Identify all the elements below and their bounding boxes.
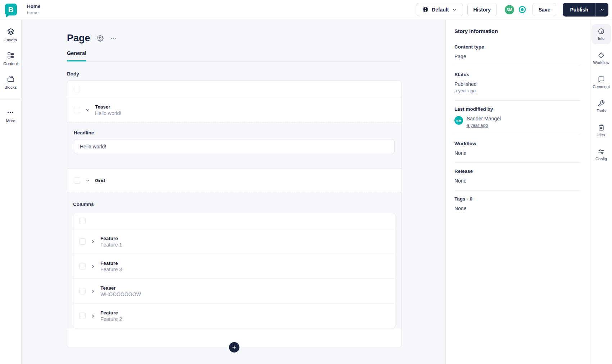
rail-item-label: Comment bbox=[593, 84, 610, 89]
block-texts: Teaser WHOOOOOOOW bbox=[100, 285, 141, 297]
block-type: Grid bbox=[95, 178, 105, 183]
block-row-grid[interactable]: Grid bbox=[67, 169, 401, 192]
modifier-name: Sander Mangel bbox=[467, 116, 501, 121]
ellipsis-icon bbox=[110, 35, 117, 42]
status-value: Published bbox=[454, 81, 581, 87]
block-checkbox[interactable] bbox=[74, 177, 80, 184]
blocks-brick-icon bbox=[7, 75, 15, 83]
block-checkbox[interactable] bbox=[79, 288, 86, 294]
sidebar-item-label: Layers bbox=[4, 38, 17, 42]
block-preview: Feature 3 bbox=[100, 267, 122, 272]
rail-item-comment[interactable]: Comment bbox=[591, 72, 611, 92]
block-type: Feature bbox=[100, 310, 122, 315]
schema-settings-button[interactable] bbox=[97, 35, 104, 42]
block-checkbox[interactable] bbox=[79, 263, 86, 269]
chevron-down-icon[interactable] bbox=[85, 178, 90, 183]
language-selector-label: Default bbox=[432, 7, 449, 13]
user-avatar[interactable]: SM bbox=[505, 5, 514, 14]
tab-general[interactable]: General bbox=[67, 50, 86, 61]
modified-time-link[interactable]: a year ago bbox=[467, 123, 488, 128]
sliders-icon bbox=[598, 148, 605, 155]
block-texts: Teaser Hello world! bbox=[95, 104, 121, 116]
blocks-select-all-row bbox=[67, 81, 401, 97]
chevron-right-icon[interactable] bbox=[91, 264, 95, 269]
grid-expanded-section: Columns Feature Feature bbox=[67, 192, 401, 328]
block-texts: Feature Feature 3 bbox=[100, 261, 122, 272]
add-block-button[interactable] bbox=[229, 342, 240, 353]
gear-icon bbox=[97, 35, 104, 42]
chevron-right-icon[interactable] bbox=[91, 289, 95, 294]
publish-button[interactable]: Publish bbox=[563, 3, 595, 17]
sidebar-item-layers[interactable]: Layers bbox=[4, 28, 17, 42]
language-selector-button[interactable]: Default bbox=[416, 3, 463, 16]
rail-item-tools[interactable]: Tools bbox=[591, 96, 611, 116]
sidebar-item-content[interactable]: Content bbox=[3, 51, 18, 66]
tags-value: None bbox=[454, 206, 581, 211]
block-type: Feature bbox=[100, 236, 122, 241]
publish-split-button: Publish bbox=[563, 3, 608, 17]
tags-label: Tags · 0 bbox=[454, 196, 581, 202]
block-checkbox[interactable] bbox=[79, 313, 86, 319]
teaser-expanded-section: Headline bbox=[67, 123, 401, 169]
editor-column: Page General Body bbox=[67, 20, 402, 347]
block-row-feature-1[interactable]: Feature Feature 1 bbox=[73, 229, 395, 254]
body-blocks-card-wrap: Teaser Hello world! Headline Grid bbox=[67, 80, 402, 347]
block-row-teaser[interactable]: Teaser Hello world! bbox=[67, 97, 401, 123]
publish-options-button[interactable] bbox=[595, 3, 608, 17]
select-all-checkbox[interactable] bbox=[74, 86, 80, 92]
rail-item-label: Info bbox=[598, 36, 604, 41]
top-header: B Home home Default History SM Save Publ… bbox=[0, 0, 612, 19]
sidebar-item-more[interactable]: More bbox=[6, 109, 15, 123]
columns-field-label: Columns bbox=[73, 202, 395, 207]
block-texts: Feature Feature 1 bbox=[100, 236, 122, 248]
storyblok-logo-icon[interactable]: B bbox=[5, 4, 17, 15]
chevron-down-icon[interactable] bbox=[85, 108, 90, 112]
block-type: Teaser bbox=[100, 285, 141, 291]
panel-title: Story Information bbox=[454, 28, 581, 34]
rail-item-idea[interactable]: Idea bbox=[591, 120, 611, 140]
sidebar-item-label: Blocks bbox=[5, 85, 17, 89]
status-time-link[interactable]: a year ago bbox=[454, 88, 476, 93]
history-button-label: History bbox=[473, 7, 491, 13]
visual-editor-target-icon[interactable] bbox=[518, 5, 527, 14]
headline-input[interactable] bbox=[74, 139, 395, 154]
last-modified-label: Last modified by bbox=[454, 106, 581, 112]
app-logo-cell: B bbox=[0, 0, 22, 19]
select-all-checkbox[interactable] bbox=[79, 218, 86, 224]
save-button[interactable]: Save bbox=[532, 3, 557, 16]
block-type: Feature bbox=[100, 261, 122, 266]
block-row-teaser-whoooooow[interactable]: Teaser WHOOOOOOOW bbox=[73, 278, 395, 303]
modifier-avatar: SM bbox=[454, 116, 463, 125]
more-dots-icon bbox=[6, 109, 14, 116]
block-preview: Hello world! bbox=[95, 110, 121, 116]
rail-item-label: Workflow bbox=[593, 60, 609, 65]
rail-item-workflow[interactable]: Workflow bbox=[591, 48, 611, 68]
block-checkbox[interactable] bbox=[79, 238, 86, 245]
block-row-feature-3[interactable]: Feature Feature 3 bbox=[73, 254, 395, 278]
release-label: Release bbox=[454, 169, 581, 174]
more-options-button[interactable] bbox=[110, 35, 117, 42]
layers-icon bbox=[7, 28, 15, 36]
rail-item-info[interactable]: Info bbox=[591, 24, 611, 44]
chevron-right-icon[interactable] bbox=[91, 314, 95, 318]
comment-bubble-icon bbox=[598, 76, 605, 83]
block-row-feature-2[interactable]: Feature Feature 2 bbox=[73, 303, 395, 328]
sidebar-item-blocks[interactable]: Blocks bbox=[5, 75, 17, 89]
block-texts: Grid bbox=[95, 178, 105, 183]
block-type: Teaser bbox=[95, 104, 121, 110]
body-blocks-card: Teaser Hello world! Headline Grid bbox=[67, 80, 402, 347]
status-section: Status Published a year ago bbox=[454, 66, 581, 101]
columns-blocks-card: Feature Feature 1 Feature Feature bbox=[73, 213, 395, 328]
chevron-right-icon[interactable] bbox=[91, 239, 95, 244]
rail-item-config[interactable]: Config bbox=[591, 144, 611, 165]
breadcrumb-slug: home bbox=[27, 10, 41, 16]
workflow-section: Workflow None bbox=[454, 135, 581, 163]
body-field-label: Body bbox=[67, 71, 402, 77]
chevron-down-icon bbox=[452, 7, 457, 12]
tags-section: Tags · 0 None bbox=[454, 190, 581, 218]
history-button[interactable]: History bbox=[467, 3, 497, 16]
content-type-header: Page bbox=[67, 33, 402, 44]
block-checkbox[interactable] bbox=[74, 107, 80, 113]
block-preview: Feature 2 bbox=[100, 316, 122, 322]
content-list-icon bbox=[7, 51, 15, 59]
